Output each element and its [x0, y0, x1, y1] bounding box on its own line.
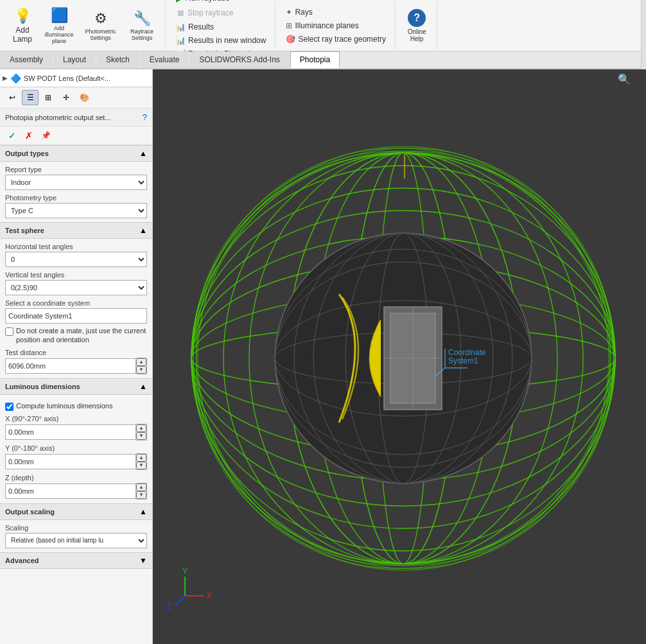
tab-evaluate[interactable]: Evaluate [140, 51, 189, 68]
cancel-button[interactable]: ✗ [22, 129, 36, 142]
confirm-button[interactable]: ✓ [5, 129, 19, 142]
coord-system-input[interactable] [5, 308, 147, 324]
left-panel: ▶ 🔷 SW PODT Lens (Default<... ↩ ☰ ⊞ ✛ 🎨 … [0, 69, 153, 644]
test-distance-input[interactable] [5, 358, 136, 374]
icon-btn-color[interactable]: 🎨 [76, 90, 92, 105]
tab-photopia[interactable]: Photopia [290, 51, 340, 68]
x-axis-spinners: ▲ ▼ [136, 424, 147, 440]
scaling-select[interactable]: Relative (based on initial lamp lu Absol… [5, 533, 147, 548]
no-mate-row: Do not create a mate, just use the curre… [5, 326, 147, 345]
y-axis-input[interactable] [5, 454, 136, 469]
z-depth-increment[interactable]: ▲ [136, 483, 146, 491]
photometric-settings-icon: ⚙ [94, 10, 107, 27]
y-axis-label: Y (0°-180° axis) [5, 444, 147, 452]
icon-btn-grid[interactable]: ⊞ [40, 90, 57, 105]
help-group: ? OnlineHelp [397, 1, 437, 49]
z-depth-spinners: ▲ ▼ [136, 483, 147, 500]
z-depth-label: Z (depth) [5, 474, 147, 482]
section-test-sphere[interactable]: Test sphere ▲ [0, 222, 152, 239]
raytrace-group: ▶ Run raytrace ⏹ Stop raytrace 📊 Results [167, 1, 275, 49]
stop-raytrace-button[interactable]: ⏹ Stop raytrace [171, 6, 238, 20]
icon-btn-crosshair[interactable]: ✛ [58, 90, 74, 105]
z-depth-input[interactable] [5, 483, 136, 499]
v-angles-select[interactable]: 0(2.5)90 0(5)90 [5, 280, 147, 295]
test-distance-label: Test distance [5, 349, 147, 356]
section-output-types[interactable]: Output types ▲ [0, 145, 152, 162]
run-raytrace-icon: ▶ [176, 0, 183, 3]
tab-sketch[interactable]: Sketch [96, 51, 139, 68]
feature-tree: ▶ 🔷 SW PODT Lens (Default<... [0, 69, 152, 87]
svg-text:Coordinate: Coordinate [448, 348, 486, 357]
tree-item-label: SW PODT Lens (Default<... [24, 74, 110, 82]
tab-bar: Assembly Layout Sketch Evaluate SOLIDWOR… [0, 51, 646, 69]
icon-btn-list[interactable]: ☰ [22, 90, 39, 105]
h-angles-label: Horizontal test angles [5, 243, 147, 250]
output-types-content: Report type Indoor Outdoor Photometry ty… [0, 162, 152, 222]
viewport: Coordinate System1 X Y Z 🔍 [153, 69, 646, 644]
report-type-select[interactable]: Indoor Outdoor [5, 175, 147, 190]
illuminance-planes-button[interactable]: ⊞ Illuminance planes [281, 19, 363, 32]
section-advanced[interactable]: Advanced ▼ [0, 552, 152, 569]
y-axis-field: ▲ ▼ [5, 453, 147, 470]
action-bar: ✓ ✗ 📌 [0, 126, 152, 145]
section-output-scaling[interactable]: Output scaling ▲ [0, 503, 152, 520]
property-panel-header: Photopia photometric output set... ? [0, 109, 152, 126]
test-distance-field: ▲ ▼ [5, 358, 147, 374]
main-content: ▶ 🔷 SW PODT Lens (Default<... ↩ ☰ ⊞ ✛ 🎨 … [0, 69, 646, 644]
tab-solidworks-addins[interactable]: SOLIDWORKS Add-Ins [189, 51, 289, 68]
add-illuminance-plane-button[interactable]: 🟦 Add illuminance plane [40, 4, 78, 47]
property-panel-content: Output types ▲ Report type Indoor Outdoo… [0, 145, 152, 644]
photometric-settings-button[interactable]: ⚙ Photometric Settings [80, 8, 121, 44]
select-ray-geometry-button[interactable]: 🎯 Select ray trace geometry [281, 33, 391, 46]
no-mate-checkbox[interactable] [5, 327, 13, 336]
y-axis-increment[interactable]: ▲ [136, 454, 146, 462]
compute-luminous-checkbox[interactable] [5, 403, 13, 411]
output-scaling-content: Scaling Relative (based on initial lamp … [0, 520, 152, 552]
lamp-icon: 💡 [14, 8, 31, 24]
x-axis-label: X (90°-270° axis) [5, 415, 147, 422]
icon-btn-arrow[interactable]: ↩ [4, 90, 21, 105]
add-lamp-button[interactable]: 💡 Add Lamp [6, 5, 39, 46]
3d-visualization: Coordinate System1 X Y Z [153, 69, 646, 644]
stop-raytrace-icon: ⏹ [176, 8, 185, 18]
z-depth-decrement[interactable]: ▼ [136, 491, 146, 499]
pin-button[interactable]: 📌 [39, 129, 53, 142]
x-axis-decrement[interactable]: ▼ [136, 432, 146, 440]
rays-button[interactable]: ✦ Rays [281, 6, 317, 19]
photometry-type-select[interactable]: Type A Type B Type C [5, 203, 147, 218]
results-button[interactable]: 📊 Results [171, 21, 219, 33]
stop-raytrace-row: ⏹ Stop raytrace [171, 6, 238, 20]
raytrace-settings-icon: 🔧 [134, 10, 151, 27]
run-raytrace-button[interactable]: ▶ Run raytrace [171, 0, 235, 5]
section-luminous-collapse-icon: ▲ [139, 382, 147, 391]
x-axis-input[interactable] [5, 424, 136, 440]
rays-group: ✦ Rays ⊞ Illuminance planes 🎯 Select ray… [277, 1, 396, 49]
report-type-label: Report type [5, 166, 147, 173]
tab-assembly[interactable]: Assembly [0, 51, 53, 68]
compute-luminous-label: Compute luminous dimensions [16, 401, 112, 410]
x-axis-increment[interactable]: ▲ [136, 424, 146, 432]
main-toolbar: 💡 Add Lamp 🟦 Add illuminance plane ⚙ Pho… [0, 0, 646, 51]
section-advanced-expand-icon: ▼ [139, 556, 147, 565]
svg-text:System1: System1 [448, 356, 478, 365]
y-axis-decrement[interactable]: ▼ [136, 462, 146, 469]
tab-layout[interactable]: Layout [53, 51, 96, 68]
x-axis-field: ▲ ▼ [5, 424, 147, 440]
tree-expand-arrow[interactable]: ▶ [3, 74, 8, 82]
raytrace-settings-button[interactable]: 🔧 Raytrace Settings [123, 8, 161, 44]
panel-icons-bar: ↩ ☰ ⊞ ✛ 🎨 [0, 87, 152, 109]
results-new-window-icon: 📊 [176, 36, 186, 45]
test-distance-decrement[interactable]: ▼ [136, 366, 146, 374]
property-panel-title: Photopia photometric output set... [5, 114, 143, 121]
section-luminous-dimensions[interactable]: Luminous dimensions ▲ [0, 378, 152, 395]
select-ray-geometry-icon: 🎯 [286, 35, 295, 44]
online-help-button[interactable]: ? OnlineHelp [401, 6, 433, 45]
svg-text:X: X [207, 591, 212, 600]
coord-system-label: Select a coordinate system [5, 299, 147, 307]
viewport-search-icon[interactable]: 🔍 [618, 73, 631, 85]
h-angles-select[interactable]: 0 90 180 360 [5, 252, 147, 267]
test-distance-increment[interactable]: ▲ [136, 358, 146, 366]
results-new-window-button[interactable]: 📊 Results in new window [171, 34, 271, 47]
luminous-dimensions-content: Compute luminous dimensions X (90°-270° … [0, 395, 152, 503]
panel-help-icon[interactable]: ? [143, 112, 147, 122]
